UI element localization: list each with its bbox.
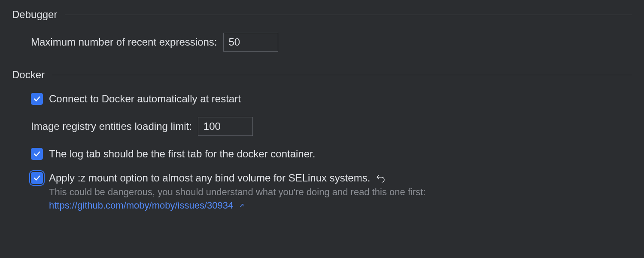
- debugger-section-title: Debugger: [12, 9, 57, 21]
- log-tab-first-checkbox[interactable]: [31, 148, 43, 160]
- section-divider: [65, 15, 632, 15]
- registry-limit-input[interactable]: [198, 117, 253, 136]
- max-recent-expressions-input[interactable]: [223, 33, 278, 52]
- external-link-icon: [238, 202, 245, 209]
- registry-limit-row: Image registry entities loading limit:: [31, 117, 632, 136]
- selinux-z-mount-label[interactable]: Apply :z mount option to almost any bind…: [49, 172, 370, 184]
- section-divider: [52, 75, 632, 75]
- docker-section: Docker Connect to Docker automatically a…: [12, 69, 632, 212]
- connect-auto-label[interactable]: Connect to Docker automatically at resta…: [49, 93, 241, 105]
- max-recent-expressions-row: Maximum number of recent expressions:: [31, 33, 632, 52]
- debugger-section-header: Debugger: [12, 9, 632, 21]
- docker-section-header: Docker: [12, 69, 632, 81]
- check-icon: [33, 150, 41, 158]
- docker-section-title: Docker: [12, 69, 45, 81]
- debugger-section-body: Maximum number of recent expressions:: [12, 33, 632, 52]
- selinux-z-mount-checkbox[interactable]: [31, 172, 43, 184]
- log-tab-first-label[interactable]: The log tab should be the first tab for …: [49, 148, 315, 160]
- selinux-z-mount-hint: This could be dangerous, you should unde…: [49, 186, 632, 212]
- log-tab-first-row: The log tab should be the first tab for …: [31, 148, 632, 160]
- connect-auto-checkbox[interactable]: [31, 93, 43, 105]
- check-icon: [33, 174, 41, 182]
- check-icon: [33, 95, 41, 103]
- docker-section-body: Connect to Docker automatically at resta…: [12, 93, 632, 212]
- selinux-hint-link[interactable]: https://github.com/moby/moby/issues/3093…: [49, 200, 233, 211]
- settings-page: Debugger Maximum number of recent expres…: [0, 0, 644, 238]
- registry-limit-label: Image registry entities loading limit:: [31, 120, 192, 132]
- connect-auto-row: Connect to Docker automatically at resta…: [31, 93, 632, 105]
- selinux-hint-text: This could be dangerous, you should unde…: [49, 187, 425, 197]
- debugger-section: Debugger Maximum number of recent expres…: [12, 9, 632, 52]
- max-recent-expressions-label: Maximum number of recent expressions:: [31, 36, 217, 48]
- revert-icon[interactable]: [375, 173, 386, 183]
- selinux-z-mount-row: Apply :z mount option to almost any bind…: [31, 172, 632, 184]
